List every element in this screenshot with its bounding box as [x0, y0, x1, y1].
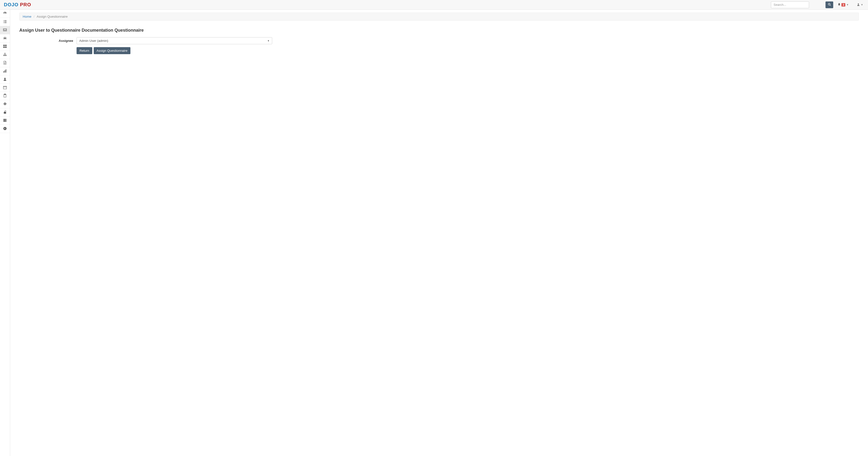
chevron-down-icon: ▼	[861, 3, 863, 6]
svg-line-1	[830, 5, 831, 5]
svg-point-20	[5, 37, 5, 37]
main-content: Home / Assign Questionnaire Assign User …	[10, 12, 868, 54]
form-buttons: Return Assign Questionnaire	[76, 47, 859, 54]
sidebar-item-dashboard[interactable]	[0, 10, 10, 18]
svg-line-18	[6, 39, 6, 39]
svg-rect-10	[4, 23, 6, 23]
return-button[interactable]: Return	[76, 47, 92, 54]
sitemap-icon	[3, 53, 7, 54]
svg-rect-24	[5, 47, 6, 48]
assign-questionnaire-button[interactable]: Assign Questionnaire	[94, 47, 130, 54]
sidebar-item-list[interactable]	[0, 18, 10, 26]
notification-count-badge: 3	[841, 3, 845, 6]
assignee-selected-value: Admin User (admin)	[79, 39, 108, 42]
svg-line-13	[3, 37, 4, 38]
search-input[interactable]	[771, 1, 809, 8]
list-icon	[3, 20, 7, 24]
breadcrumb-current: Assign Questionnaire	[37, 15, 68, 18]
assignee-label: Assignee	[19, 39, 76, 42]
chevron-down-icon: ▼	[846, 3, 849, 6]
user-icon	[857, 3, 860, 7]
sidebar-item-inbox[interactable]	[0, 26, 10, 34]
grid-icon	[3, 45, 7, 49]
inbox-icon	[3, 28, 7, 32]
page-title: Assign User to Questionnaire Documentati…	[19, 28, 859, 33]
search-button[interactable]	[826, 1, 833, 8]
svg-point-19	[4, 37, 5, 37]
top-navbar: DOJO PRO 3 ▼ ▼	[0, 0, 868, 10]
svg-line-14	[6, 37, 6, 38]
svg-line-4	[5, 12, 6, 13]
search-icon	[828, 3, 831, 7]
brand-left: DOJO	[4, 2, 19, 7]
svg-line-17	[3, 39, 4, 39]
user-menu[interactable]: ▼	[857, 3, 863, 7]
svg-rect-5	[3, 20, 4, 21]
svg-rect-22	[5, 45, 6, 46]
assignee-select[interactable]: Admin User (admin) ▼	[76, 37, 272, 44]
svg-rect-9	[3, 23, 4, 23]
svg-rect-25	[5, 53, 5, 53]
svg-rect-21	[3, 45, 5, 46]
breadcrumb-separator: /	[34, 15, 34, 18]
svg-point-2	[858, 3, 859, 5]
breadcrumb: Home / Assign Questionnaire	[19, 12, 859, 21]
sidebar-item-sitemap[interactable]	[0, 51, 10, 54]
svg-rect-23	[3, 47, 5, 48]
bug-icon	[3, 36, 7, 40]
bell-icon	[838, 3, 841, 7]
notifications-menu[interactable]: 3 ▼	[838, 3, 849, 7]
sidebar-item-bugs[interactable]	[0, 34, 10, 42]
brand-logo[interactable]: DOJO PRO	[4, 2, 31, 7]
left-sidebar	[0, 10, 10, 54]
brand-right: PRO	[20, 2, 31, 7]
svg-rect-8	[4, 21, 6, 22]
svg-point-0	[828, 3, 830, 5]
sidebar-item-grid[interactable]	[0, 42, 10, 51]
breadcrumb-home[interactable]: Home	[23, 15, 31, 18]
svg-rect-6	[4, 20, 6, 21]
chevron-down-icon: ▼	[267, 40, 270, 42]
svg-rect-7	[3, 21, 4, 22]
dashboard-icon	[3, 11, 7, 16]
assignee-row: Assignee Admin User (admin) ▼	[19, 37, 859, 44]
